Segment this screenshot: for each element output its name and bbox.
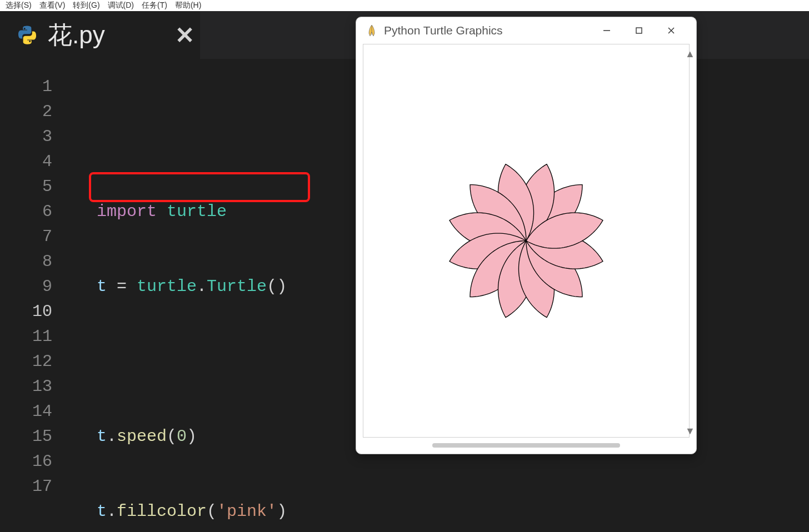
scroll-down-icon[interactable]: ▼: [685, 425, 695, 437]
menu-item[interactable]: 查看(V): [39, 1, 66, 11]
line-number: 6: [0, 199, 67, 224]
line-number-gutter: 1 2 3 4 5 6 7 8 9 10 11 12 13 14 15 16 1…: [0, 74, 67, 532]
line-number-current: 10: [0, 299, 67, 324]
scrollbar-thumb[interactable]: [432, 443, 620, 448]
window-minimize-button[interactable]: [591, 19, 623, 42]
menu-item[interactable]: 任务(T): [142, 1, 167, 11]
line-number: 14: [0, 399, 67, 424]
turtle-vertical-scrollbar[interactable]: ▲ ▼: [683, 48, 697, 437]
tab-filename: 花.py: [48, 19, 105, 52]
line-number: 1: [0, 74, 67, 99]
menu-item[interactable]: 转到(G): [73, 1, 99, 11]
line-number: 5: [0, 174, 67, 199]
turtle-canvas: [363, 44, 689, 437]
window-close-button[interactable]: [655, 19, 687, 42]
line-number: 3: [0, 124, 67, 149]
editor-tab[interactable]: 花.py ✕: [0, 11, 200, 59]
menu-item[interactable]: 选择(S): [6, 1, 32, 11]
window-maximize-button[interactable]: [623, 19, 655, 42]
line-number: 11: [0, 324, 67, 349]
annotation-highlight-box: [89, 172, 310, 202]
line-number: 15: [0, 424, 67, 449]
turtle-canvas-wrap: [363, 44, 690, 438]
line-number: 4: [0, 149, 67, 174]
tab-close-icon[interactable]: ✕: [159, 22, 210, 49]
code-line: t.fillcolor('pink'): [67, 499, 809, 524]
line-number: 9: [0, 274, 67, 299]
turtle-app-icon: [366, 24, 377, 37]
turtle-window-titlebar[interactable]: Python Turtle Graphics: [356, 17, 696, 44]
line-number: 8: [0, 249, 67, 274]
python-file-icon: [17, 24, 38, 46]
menu-item[interactable]: 帮助(H): [175, 1, 201, 11]
line-number: 16: [0, 449, 67, 474]
turtle-graphics-window[interactable]: Python Turtle Graphics ▲ ▼: [356, 17, 697, 454]
app-menubar[interactable]: 选择(S) 查看(V) 转到(G) 调试(D) 任务(T) 帮助(H): [0, 0, 809, 11]
turtle-horizontal-scrollbar[interactable]: [369, 440, 683, 450]
line-number: 7: [0, 224, 67, 249]
menu-item[interactable]: 调试(D): [108, 1, 134, 11]
line-number: 12: [0, 349, 67, 374]
scroll-up-icon[interactable]: ▲: [685, 48, 695, 60]
svg-rect-1: [636, 28, 642, 33]
turtle-window-title: Python Turtle Graphics: [384, 24, 503, 37]
line-number: 2: [0, 99, 67, 124]
line-number: 17: [0, 474, 67, 499]
line-number: 13: [0, 374, 67, 399]
